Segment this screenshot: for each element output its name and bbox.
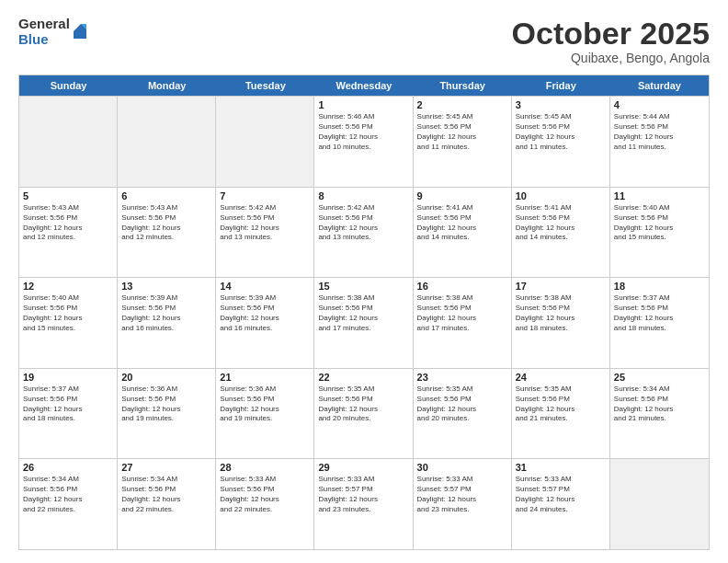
day-number: 3	[516, 99, 606, 110]
day-number: 21	[220, 372, 310, 383]
calendar-cell	[19, 97, 118, 187]
calendar-cell	[216, 97, 314, 187]
month-title: October 2025	[512, 17, 710, 51]
cell-info: Sunrise: 5:40 AM Sunset: 5:56 PM Dayligh…	[23, 293, 113, 333]
calendar-cell: 7Sunrise: 5:42 AM Sunset: 5:56 PM Daylig…	[216, 188, 314, 278]
day-number: 22	[318, 372, 408, 383]
cell-info: Sunrise: 5:45 AM Sunset: 5:56 PM Dayligh…	[417, 112, 507, 152]
day-number: 2	[417, 99, 507, 110]
cell-info: Sunrise: 5:41 AM Sunset: 5:56 PM Dayligh…	[417, 203, 507, 243]
calendar-cell: 11Sunrise: 5:40 AM Sunset: 5:56 PM Dayli…	[610, 188, 709, 278]
logo-general: General	[18, 17, 70, 32]
day-number: 30	[417, 462, 507, 473]
calendar-cell: 16Sunrise: 5:38 AM Sunset: 5:56 PM Dayli…	[414, 278, 512, 368]
calendar-cell: 20Sunrise: 5:36 AM Sunset: 5:56 PM Dayli…	[118, 369, 216, 459]
cell-info: Sunrise: 5:38 AM Sunset: 5:56 PM Dayligh…	[318, 293, 408, 333]
day-number: 29	[318, 462, 408, 473]
logo-text: General Blue	[18, 17, 70, 47]
day-number: 13	[121, 281, 211, 292]
calendar-cell: 31Sunrise: 5:33 AM Sunset: 5:57 PM Dayli…	[512, 459, 610, 549]
cell-info: Sunrise: 5:33 AM Sunset: 5:56 PM Dayligh…	[220, 475, 310, 514]
calendar-cell: 8Sunrise: 5:42 AM Sunset: 5:56 PM Daylig…	[314, 188, 413, 278]
day-number: 25	[614, 372, 705, 383]
day-number: 8	[318, 190, 408, 201]
day-number: 15	[318, 281, 408, 292]
weekday-label: Friday	[512, 75, 610, 96]
calendar-cell: 19Sunrise: 5:37 AM Sunset: 5:56 PM Dayli…	[19, 369, 118, 459]
cell-info: Sunrise: 5:39 AM Sunset: 5:56 PM Dayligh…	[220, 293, 310, 333]
day-number: 11	[614, 190, 705, 201]
cell-info: Sunrise: 5:34 AM Sunset: 5:56 PM Dayligh…	[614, 385, 705, 424]
logo-blue: Blue	[18, 32, 70, 48]
day-number: 10	[516, 190, 606, 201]
calendar-row: 5Sunrise: 5:43 AM Sunset: 5:56 PM Daylig…	[19, 187, 709, 278]
calendar-cell: 23Sunrise: 5:35 AM Sunset: 5:56 PM Dayli…	[414, 369, 512, 459]
day-number: 28	[220, 462, 310, 473]
logo-icon	[72, 20, 88, 40]
day-number: 7	[220, 190, 310, 201]
calendar-header: SundayMondayTuesdayWednesdayThursdayFrid…	[19, 75, 709, 96]
weekday-label: Sunday	[19, 75, 118, 96]
calendar-cell: 30Sunrise: 5:33 AM Sunset: 5:57 PM Dayli…	[414, 459, 512, 549]
cell-info: Sunrise: 5:45 AM Sunset: 5:56 PM Dayligh…	[516, 112, 606, 152]
cell-info: Sunrise: 5:37 AM Sunset: 5:56 PM Dayligh…	[614, 293, 705, 333]
cell-info: Sunrise: 5:37 AM Sunset: 5:56 PM Dayligh…	[23, 385, 113, 424]
calendar-cell: 28Sunrise: 5:33 AM Sunset: 5:56 PM Dayli…	[216, 459, 314, 549]
weekday-label: Tuesday	[216, 75, 314, 96]
cell-info: Sunrise: 5:35 AM Sunset: 5:56 PM Dayligh…	[318, 385, 408, 424]
cell-info: Sunrise: 5:35 AM Sunset: 5:56 PM Dayligh…	[417, 385, 507, 424]
calendar-cell: 26Sunrise: 5:34 AM Sunset: 5:56 PM Dayli…	[19, 459, 118, 549]
day-number: 12	[23, 281, 113, 292]
calendar-row: 19Sunrise: 5:37 AM Sunset: 5:56 PM Dayli…	[19, 368, 709, 459]
calendar-cell: 3Sunrise: 5:45 AM Sunset: 5:56 PM Daylig…	[512, 97, 610, 187]
header: General Blue October 2025 Quibaxe, Bengo…	[18, 17, 710, 65]
calendar-row: 12Sunrise: 5:40 AM Sunset: 5:56 PM Dayli…	[19, 277, 709, 368]
weekday-label: Monday	[118, 75, 216, 96]
calendar-cell	[118, 97, 216, 187]
calendar-cell: 27Sunrise: 5:34 AM Sunset: 5:56 PM Dayli…	[118, 459, 216, 549]
cell-info: Sunrise: 5:40 AM Sunset: 5:56 PM Dayligh…	[614, 203, 705, 243]
cell-info: Sunrise: 5:41 AM Sunset: 5:56 PM Dayligh…	[516, 203, 606, 243]
day-number: 9	[417, 190, 507, 201]
cell-info: Sunrise: 5:36 AM Sunset: 5:56 PM Dayligh…	[220, 385, 310, 424]
calendar-cell: 29Sunrise: 5:33 AM Sunset: 5:57 PM Dayli…	[314, 459, 413, 549]
cell-info: Sunrise: 5:39 AM Sunset: 5:56 PM Dayligh…	[121, 293, 211, 333]
calendar-cell: 14Sunrise: 5:39 AM Sunset: 5:56 PM Dayli…	[216, 278, 314, 368]
calendar-cell: 13Sunrise: 5:39 AM Sunset: 5:56 PM Dayli…	[118, 278, 216, 368]
calendar-cell	[610, 459, 709, 549]
page: General Blue October 2025 Quibaxe, Bengo…	[0, 0, 728, 563]
day-number: 5	[23, 190, 113, 201]
cell-info: Sunrise: 5:33 AM Sunset: 5:57 PM Dayligh…	[417, 475, 507, 514]
day-number: 24	[516, 372, 606, 383]
cell-info: Sunrise: 5:38 AM Sunset: 5:56 PM Dayligh…	[516, 293, 606, 333]
calendar-cell: 6Sunrise: 5:43 AM Sunset: 5:56 PM Daylig…	[118, 188, 216, 278]
title-block: October 2025 Quibaxe, Bengo, Angola	[512, 17, 710, 65]
weekday-label: Wednesday	[314, 75, 413, 96]
day-number: 18	[614, 281, 705, 292]
cell-info: Sunrise: 5:33 AM Sunset: 5:57 PM Dayligh…	[516, 475, 606, 514]
day-number: 17	[516, 281, 606, 292]
cell-info: Sunrise: 5:34 AM Sunset: 5:56 PM Dayligh…	[23, 475, 113, 514]
calendar-cell: 2Sunrise: 5:45 AM Sunset: 5:56 PM Daylig…	[414, 97, 512, 187]
calendar-cell: 24Sunrise: 5:35 AM Sunset: 5:56 PM Dayli…	[512, 369, 610, 459]
calendar-cell: 22Sunrise: 5:35 AM Sunset: 5:56 PM Dayli…	[314, 369, 413, 459]
cell-info: Sunrise: 5:38 AM Sunset: 5:56 PM Dayligh…	[417, 293, 507, 333]
calendar-cell: 25Sunrise: 5:34 AM Sunset: 5:56 PM Dayli…	[610, 369, 709, 459]
cell-info: Sunrise: 5:43 AM Sunset: 5:56 PM Dayligh…	[23, 203, 113, 243]
calendar-cell: 15Sunrise: 5:38 AM Sunset: 5:56 PM Dayli…	[314, 278, 413, 368]
day-number: 23	[417, 372, 507, 383]
cell-info: Sunrise: 5:35 AM Sunset: 5:56 PM Dayligh…	[516, 385, 606, 424]
calendar-row: 1Sunrise: 5:46 AM Sunset: 5:56 PM Daylig…	[19, 96, 709, 187]
calendar-row: 26Sunrise: 5:34 AM Sunset: 5:56 PM Dayli…	[19, 458, 709, 549]
calendar-cell: 12Sunrise: 5:40 AM Sunset: 5:56 PM Dayli…	[19, 278, 118, 368]
weekday-label: Thursday	[414, 75, 512, 96]
day-number: 1	[318, 99, 408, 110]
day-number: 27	[121, 462, 211, 473]
cell-info: Sunrise: 5:42 AM Sunset: 5:56 PM Dayligh…	[318, 203, 408, 243]
day-number: 20	[121, 372, 211, 383]
day-number: 6	[121, 190, 211, 201]
calendar-cell: 5Sunrise: 5:43 AM Sunset: 5:56 PM Daylig…	[19, 188, 118, 278]
day-number: 31	[516, 462, 606, 473]
cell-info: Sunrise: 5:46 AM Sunset: 5:56 PM Dayligh…	[318, 112, 408, 152]
calendar-cell: 10Sunrise: 5:41 AM Sunset: 5:56 PM Dayli…	[512, 188, 610, 278]
